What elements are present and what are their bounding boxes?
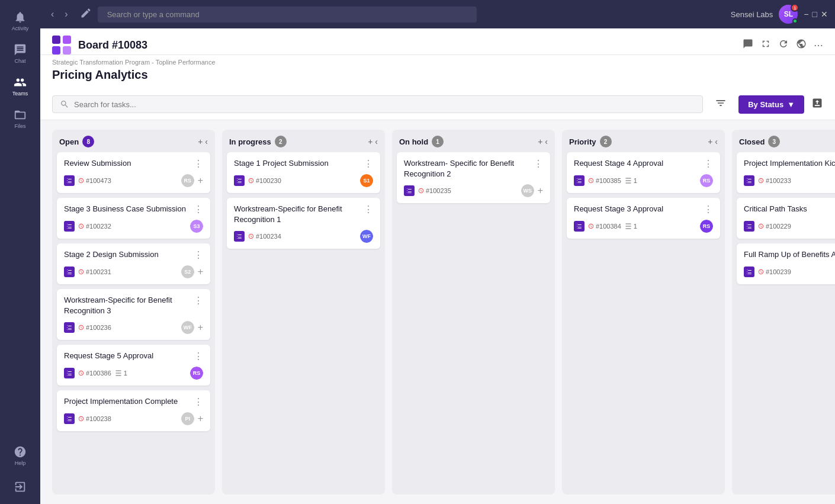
sidebar-exit[interactable] bbox=[14, 474, 27, 499]
card-menu-button[interactable]: ⋮ bbox=[194, 158, 203, 169]
card-footer: #100385 1 RS bbox=[574, 174, 713, 187]
card-type-icon bbox=[64, 368, 75, 378]
sidebar-item-files[interactable]: Files bbox=[0, 102, 40, 135]
card-type-icon bbox=[64, 413, 75, 424]
column-add-button-on-hold[interactable]: + bbox=[538, 137, 542, 146]
column-collapse-button-on-hold[interactable]: ‹ bbox=[545, 137, 548, 146]
export-button[interactable] bbox=[811, 97, 823, 111]
minimize-button[interactable]: − bbox=[804, 9, 808, 19]
card-item[interactable]: Workstream-Specific for Benefit Recognit… bbox=[57, 289, 210, 340]
refresh-icon-button[interactable] bbox=[778, 38, 789, 52]
card-add-button[interactable]: + bbox=[198, 322, 203, 333]
card-id: #100231 bbox=[78, 268, 111, 275]
card-menu-button[interactable]: ⋮ bbox=[534, 158, 543, 169]
card-item[interactable]: Workstream-Specific for Benefit Recognit… bbox=[227, 198, 380, 249]
card-title: Request Stage 3 Approval bbox=[574, 204, 704, 214]
card-menu-button[interactable]: ⋮ bbox=[194, 249, 203, 261]
card-avatar: RS bbox=[700, 174, 713, 187]
card-menu-button[interactable]: ⋮ bbox=[364, 204, 373, 215]
card-menu-button[interactable]: ⋮ bbox=[704, 204, 713, 215]
card-item[interactable]: Request Stage 3 Approval ⋮ #100384 1 bbox=[567, 198, 720, 239]
search-input[interactable] bbox=[74, 100, 695, 109]
column-actions-priority: + ‹ bbox=[708, 137, 718, 146]
card-avatar: WF bbox=[360, 230, 373, 243]
card-item[interactable]: Project Implementation Kicked Off ⋮ #100… bbox=[737, 152, 835, 193]
card-item[interactable]: Project Implementation Complete ⋮ #10023… bbox=[57, 390, 210, 431]
more-icon-button[interactable]: ⋯ bbox=[814, 40, 823, 51]
card-ticket-num: #100239 bbox=[766, 268, 791, 275]
card-title: Stage 1 Project Submission bbox=[234, 158, 364, 169]
card-menu-button[interactable]: ⋮ bbox=[194, 204, 203, 215]
close-button[interactable]: ✕ bbox=[821, 9, 828, 19]
column-add-button-in-progress[interactable]: + bbox=[368, 137, 372, 146]
filter-button[interactable] bbox=[710, 95, 731, 114]
card-id: #100235 bbox=[418, 187, 451, 194]
card-item[interactable]: Full Ramp Up of Benefits Achieved ⋮ #100… bbox=[737, 243, 835, 284]
task-search-bar[interactable] bbox=[52, 95, 703, 113]
column-add-button-open[interactable]: + bbox=[198, 137, 203, 146]
page-title: Board #10083 bbox=[78, 39, 147, 52]
card-menu-button[interactable]: ⋮ bbox=[194, 351, 203, 362]
by-status-button[interactable]: By Status ▼ bbox=[738, 95, 804, 114]
column-title-open: Open bbox=[59, 137, 79, 146]
card-title: Workstream- Specific for Benefit Recogni… bbox=[404, 158, 534, 179]
card-type-icon bbox=[744, 267, 754, 277]
card-item[interactable]: Workstream- Specific for Benefit Recogni… bbox=[397, 152, 550, 203]
back-button[interactable]: ‹ bbox=[47, 8, 57, 21]
column-count-priority: 2 bbox=[600, 136, 612, 147]
card-id: #100239 bbox=[758, 268, 791, 275]
forward-button[interactable]: › bbox=[61, 8, 71, 21]
card-header: Stage 1 Project Submission ⋮ bbox=[234, 158, 373, 169]
card-type-icon bbox=[64, 221, 75, 232]
maximize-button[interactable]: □ bbox=[812, 9, 817, 19]
card-item[interactable]: Critical Path Tasks ⋮ #100229 CP bbox=[737, 198, 835, 239]
card-type-icon bbox=[234, 231, 245, 242]
globe-icon-button[interactable] bbox=[796, 38, 807, 52]
card-menu-button[interactable]: ⋮ bbox=[704, 158, 713, 169]
card-add-button[interactable]: + bbox=[198, 267, 203, 277]
chat-icon-button[interactable] bbox=[743, 38, 753, 52]
card-header: Project Implementation Complete ⋮ bbox=[64, 396, 203, 407]
card-item[interactable]: Review Submission ⋮ #100473 RS + bbox=[57, 152, 210, 193]
card-item[interactable]: Request Stage 5 Approval ⋮ #100386 1 bbox=[57, 345, 210, 386]
column-header-closed: Closed 3 + ‹ bbox=[732, 130, 835, 152]
card-menu-button[interactable]: ⋮ bbox=[194, 396, 203, 407]
card-type-icon bbox=[234, 175, 245, 186]
column-cards-in-progress: Stage 1 Project Submission ⋮ #100230 S1 bbox=[222, 152, 385, 495]
topbar: ‹ › Sensei Labs SL 1 − □ ✕ bbox=[40, 0, 835, 28]
card-add-button[interactable]: + bbox=[198, 175, 203, 186]
sidebar-item-activity[interactable]: Activity bbox=[0, 5, 40, 37]
card-ticket-num: #100473 bbox=[86, 177, 111, 184]
card-menu-button[interactable]: ⋮ bbox=[194, 295, 203, 306]
sidebar-item-teams[interactable]: Teams bbox=[0, 70, 40, 102]
card-add-button[interactable]: + bbox=[538, 185, 543, 196]
column-count-open: 8 bbox=[82, 136, 94, 147]
card-footer: #100232 S3 bbox=[64, 220, 203, 233]
expand-icon-button[interactable] bbox=[760, 38, 771, 52]
app-logo bbox=[52, 36, 71, 54]
card-type-icon bbox=[574, 221, 584, 232]
card-add-button[interactable]: + bbox=[198, 413, 203, 424]
card-id: #100230 bbox=[248, 177, 281, 184]
card-avatar: WF bbox=[181, 321, 194, 334]
card-header: Stage 2 Design Submission ⋮ bbox=[64, 249, 203, 261]
card-item[interactable]: Stage 2 Design Submission ⋮ #100231 S2 + bbox=[57, 243, 210, 284]
card-item[interactable]: Request Stage 4 Approval ⋮ #100385 1 bbox=[567, 152, 720, 193]
sidebar-help[interactable]: Help bbox=[14, 439, 27, 472]
card-ticket-num: #100384 bbox=[596, 223, 621, 230]
card-item[interactable]: Stage 1 Project Submission ⋮ #100230 S1 bbox=[227, 152, 380, 193]
column-collapse-button-in-progress[interactable]: ‹ bbox=[375, 137, 378, 146]
header-icons: ⋯ bbox=[743, 38, 823, 52]
compose-button[interactable] bbox=[80, 7, 92, 22]
column-collapse-button-open[interactable]: ‹ bbox=[205, 137, 208, 146]
topbar-search-input[interactable] bbox=[98, 7, 477, 23]
sidebar-item-chat[interactable]: Chat bbox=[0, 37, 40, 70]
card-menu-button[interactable]: ⋮ bbox=[364, 158, 373, 169]
column-add-button-priority[interactable]: + bbox=[708, 137, 712, 146]
user-avatar-badge[interactable]: SL 1 bbox=[779, 5, 798, 24]
card-subtask: 1 bbox=[625, 177, 637, 184]
column-collapse-button-priority[interactable]: ‹ bbox=[715, 137, 718, 146]
notification-dot: 1 bbox=[791, 4, 799, 12]
card-footer: #100386 1 RS bbox=[64, 367, 203, 380]
card-item[interactable]: Stage 3 Business Case Submission ⋮ #1002… bbox=[57, 198, 210, 239]
